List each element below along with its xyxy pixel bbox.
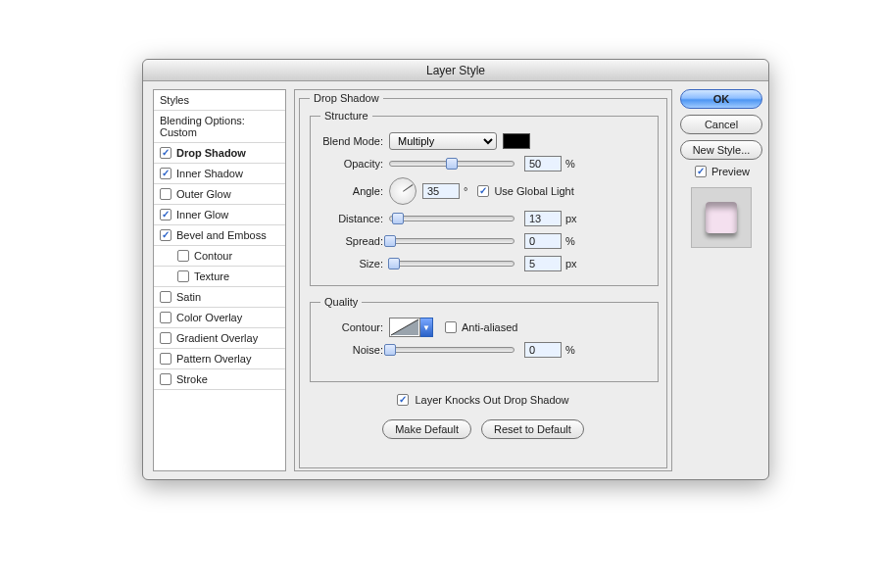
sidebar-item-label: Pattern Overlay <box>176 353 251 365</box>
size-label: Size: <box>320 258 389 270</box>
size-unit: px <box>565 258 577 270</box>
distance-label: Distance: <box>320 213 389 224</box>
opacity-input[interactable]: 50 <box>524 156 562 172</box>
reset-default-button[interactable]: Reset to Default <box>481 419 584 439</box>
angle-input[interactable]: 35 <box>422 183 460 199</box>
checkbox-icon[interactable] <box>160 188 172 200</box>
sidebar-item-bevel-emboss[interactable]: Bevel and Emboss <box>154 225 285 246</box>
preview-checkbox[interactable] <box>695 166 707 177</box>
angle-dial[interactable] <box>389 177 416 205</box>
sidebar-item-texture[interactable]: Texture <box>154 267 285 287</box>
contour-linear-icon <box>390 318 419 336</box>
checkbox-icon[interactable] <box>160 353 172 365</box>
chevron-down-icon[interactable]: ▼ <box>419 318 433 337</box>
quality-group: Quality Contour: ▼ Anti-aliased Noise: <box>310 296 659 382</box>
sidebar-item-label: Inner Glow <box>176 209 228 220</box>
ok-button[interactable]: OK <box>680 89 762 109</box>
angle-unit: ° <box>464 185 467 197</box>
contour-label: Contour: <box>320 321 389 333</box>
window-title: Layer Style <box>143 60 768 81</box>
shadow-color-swatch[interactable] <box>503 133 530 149</box>
preview-thumbnail <box>691 187 752 248</box>
spread-input[interactable]: 0 <box>524 233 562 249</box>
checkbox-icon[interactable] <box>160 168 172 179</box>
opacity-label: Opacity: <box>320 158 389 170</box>
preview-swatch-icon <box>706 202 737 233</box>
sidebar-item-contour[interactable]: Contour <box>154 246 285 267</box>
knock-out-label: Layer Knocks Out Drop Shadow <box>415 394 568 406</box>
sidebar-item-label: Color Overlay <box>176 312 242 323</box>
sidebar-item-label: Texture <box>194 270 229 282</box>
opacity-unit: % <box>565 158 575 170</box>
sidebar-item-satin[interactable]: Satin <box>154 287 285 308</box>
knock-out-checkbox[interactable] <box>397 394 409 406</box>
checkbox-icon[interactable] <box>160 229 172 241</box>
sidebar-item-label: Satin <box>176 291 201 303</box>
checkbox-icon[interactable] <box>160 291 172 303</box>
sidebar-styles-header[interactable]: Styles <box>154 90 285 111</box>
settings-panel: Drop Shadow Structure Blend Mode: Multip… <box>294 89 672 471</box>
sidebar-item-label: Bevel and Emboss <box>176 229 267 241</box>
sidebar-item-gradient-overlay[interactable]: Gradient Overlay <box>154 328 285 349</box>
sidebar-item-drop-shadow[interactable]: Drop Shadow <box>154 143 285 164</box>
size-input[interactable]: 5 <box>524 256 562 271</box>
anti-aliased-label: Anti-aliased <box>462 321 517 333</box>
distance-input[interactable]: 13 <box>524 211 562 226</box>
effects-sidebar: Styles Blending Options: Custom Drop Sha… <box>153 89 286 471</box>
sidebar-item-label: Outer Glow <box>176 188 231 200</box>
sidebar-item-label: Contour <box>194 250 232 262</box>
checkbox-icon[interactable] <box>160 209 172 220</box>
distance-unit: px <box>565 213 577 224</box>
blend-mode-label: Blend Mode: <box>320 135 389 147</box>
checkbox-icon[interactable] <box>160 147 172 159</box>
size-slider[interactable] <box>389 261 514 267</box>
sidebar-item-label: Stroke <box>176 373 208 385</box>
blend-mode-select[interactable]: Multiply <box>389 132 497 150</box>
angle-label: Angle: <box>320 185 389 197</box>
contour-picker[interactable] <box>389 318 420 337</box>
sidebar-item-color-overlay[interactable]: Color Overlay <box>154 308 285 328</box>
anti-aliased-checkbox[interactable] <box>445 321 457 333</box>
checkbox-icon[interactable] <box>177 270 189 282</box>
layer-style-window: Layer Style Styles Blending Options: Cus… <box>142 59 769 480</box>
section-title: Drop Shadow <box>310 92 383 104</box>
noise-input[interactable]: 0 <box>524 342 562 358</box>
structure-title: Structure <box>320 110 372 122</box>
structure-group: Structure Blend Mode: Multiply Opacity: … <box>310 110 659 286</box>
dialog-buttons: OK Cancel New Style... Preview <box>680 89 764 471</box>
sidebar-item-stroke[interactable]: Stroke <box>154 369 285 390</box>
sidebar-item-inner-glow[interactable]: Inner Glow <box>154 205 285 225</box>
sidebar-item-label: Drop Shadow <box>176 147 246 159</box>
spread-unit: % <box>565 235 575 247</box>
make-default-button[interactable]: Make Default <box>382 419 471 439</box>
cancel-button[interactable]: Cancel <box>680 115 762 134</box>
noise-label: Noise: <box>320 344 389 356</box>
sidebar-item-pattern-overlay[interactable]: Pattern Overlay <box>154 349 285 369</box>
spread-slider[interactable] <box>389 238 514 244</box>
new-style-button[interactable]: New Style... <box>680 140 762 160</box>
use-global-light-label: Use Global Light <box>494 185 573 197</box>
distance-slider[interactable] <box>389 216 514 221</box>
noise-unit: % <box>565 344 575 356</box>
sidebar-item-outer-glow[interactable]: Outer Glow <box>154 184 285 205</box>
checkbox-icon[interactable] <box>160 332 172 344</box>
sidebar-item-label: Gradient Overlay <box>176 332 258 344</box>
spread-label: Spread: <box>320 235 389 247</box>
preview-label: Preview <box>711 166 750 177</box>
quality-title: Quality <box>320 296 362 308</box>
checkbox-icon[interactable] <box>177 250 189 262</box>
use-global-light-checkbox[interactable] <box>477 185 489 197</box>
checkbox-icon[interactable] <box>160 373 172 385</box>
noise-slider[interactable] <box>389 347 514 353</box>
sidebar-item-inner-shadow[interactable]: Inner Shadow <box>154 164 285 184</box>
sidebar-blending-header[interactable]: Blending Options: Custom <box>154 111 285 143</box>
sidebar-item-label: Inner Shadow <box>176 168 243 179</box>
opacity-slider[interactable] <box>389 161 514 167</box>
checkbox-icon[interactable] <box>160 312 172 323</box>
